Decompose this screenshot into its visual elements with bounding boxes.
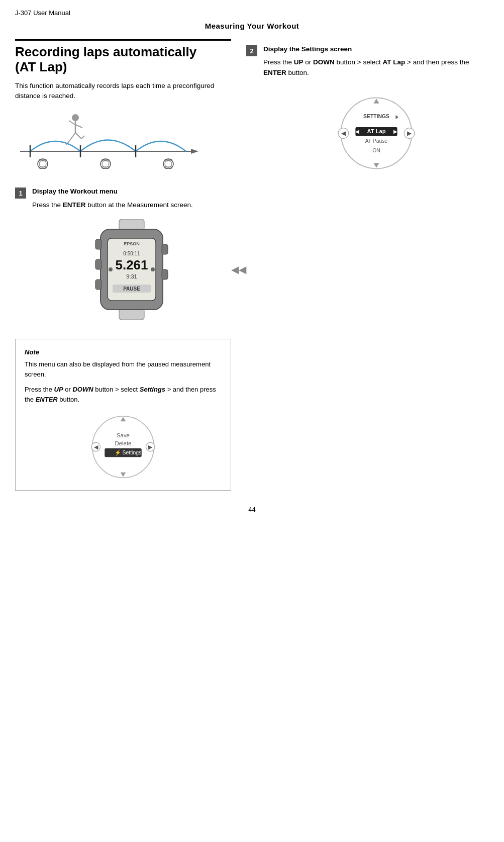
section-description: This function automatically records laps…	[15, 81, 231, 102]
svg-line-7	[81, 136, 84, 139]
manual-label: J-307 User Manual	[15, 9, 70, 17]
svg-text:Save: Save	[117, 432, 130, 438]
svg-point-0	[72, 114, 79, 121]
step2: 2 Display the Settings screen Press the …	[246, 44, 489, 173]
svg-text:SETTINGS: SETTINGS	[363, 113, 389, 119]
note-settings-dial: ◀ ▶ Save Delete ⚡ Settings	[88, 412, 158, 482]
page-title: Measuring Your Workout	[0, 17, 504, 39]
running-diagram	[15, 111, 231, 171]
step2-number: 2	[246, 45, 257, 56]
svg-text:Delete: Delete	[115, 440, 132, 446]
step1-heading: Display the Workout menu	[32, 188, 118, 195]
svg-line-3	[75, 125, 82, 128]
svg-line-4	[70, 133, 75, 140]
step2-body: Press the UP or DOWN button > select AT …	[263, 57, 489, 78]
svg-text:AT Lap: AT Lap	[367, 128, 385, 134]
svg-text:◀: ◀	[355, 129, 359, 134]
svg-text:◀: ◀	[341, 130, 346, 137]
svg-rect-26	[119, 309, 144, 320]
right-column: 2 Display the Settings screen Press the …	[246, 39, 489, 491]
step1-body: Press the ENTER button at the Measuremen…	[32, 200, 231, 210]
svg-rect-31	[162, 244, 168, 254]
note-para1: This menu can also be displayed from the…	[25, 359, 222, 380]
svg-text:PAUSE: PAUSE	[123, 286, 140, 292]
page-header: J-307 User Manual	[0, 0, 504, 17]
svg-point-41	[151, 267, 155, 271]
svg-text:▶: ▶	[148, 444, 153, 450]
svg-text:ON: ON	[372, 148, 380, 153]
svg-point-42	[92, 416, 154, 478]
page-number: 44	[0, 491, 504, 523]
svg-rect-30	[95, 279, 102, 290]
step2-content: Display the Settings screen Press the UP…	[263, 44, 489, 173]
note-title: Note	[25, 347, 222, 357]
note-box: Note This menu can also be displayed fro…	[15, 339, 231, 491]
watch-diagram: EPSON 0:50:11 5.261 9:31 PAUSE	[86, 219, 177, 320]
svg-text:▶: ▶	[407, 130, 412, 137]
section-title: Recording laps automatically (AT Lap)	[15, 39, 231, 75]
left-column: Recording laps automatically (AT Lap) Th…	[15, 39, 231, 491]
step1: 1 Display the Workout menu Press the ENT…	[15, 186, 231, 329]
svg-text:0:50:11: 0:50:11	[123, 251, 140, 256]
svg-point-18	[102, 160, 109, 167]
svg-text:◀: ◀	[94, 444, 98, 450]
svg-line-6	[75, 133, 81, 139]
svg-text:EPSON: EPSON	[124, 241, 140, 246]
svg-point-22	[165, 160, 172, 167]
watch-image-container: EPSON 0:50:11 5.261 9:31 PAUSE	[32, 219, 231, 320]
svg-point-14	[39, 160, 46, 167]
svg-rect-32	[162, 269, 168, 279]
settings-dial-container: ◀ ▶ SETTINGS AT L	[263, 93, 489, 173]
svg-rect-29	[95, 259, 102, 269]
note-para2: Press the UP or DOWN button > select Set…	[25, 385, 222, 405]
step1-number: 1	[15, 188, 26, 199]
svg-marker-9	[191, 149, 198, 154]
svg-text:9:31: 9:31	[126, 273, 137, 279]
svg-rect-25	[119, 219, 144, 230]
double-arrow-icon: ◀◀	[231, 263, 246, 275]
settings-dial: ◀ ▶ SETTINGS AT L	[336, 93, 417, 173]
note-dial-container: ◀ ▶ Save Delete ⚡ Settings	[25, 412, 222, 482]
svg-line-2	[69, 121, 75, 125]
step1-content: Display the Workout menu Press the ENTER…	[32, 186, 231, 329]
svg-text:▶: ▶	[393, 129, 397, 134]
svg-point-40	[109, 267, 113, 271]
svg-text:5.261: 5.261	[115, 257, 148, 272]
svg-rect-28	[95, 239, 102, 249]
svg-text:⚡ Settings: ⚡ Settings	[115, 449, 142, 456]
svg-text:AT Pause: AT Pause	[365, 138, 387, 144]
step2-heading: Display the Settings screen	[263, 45, 352, 53]
